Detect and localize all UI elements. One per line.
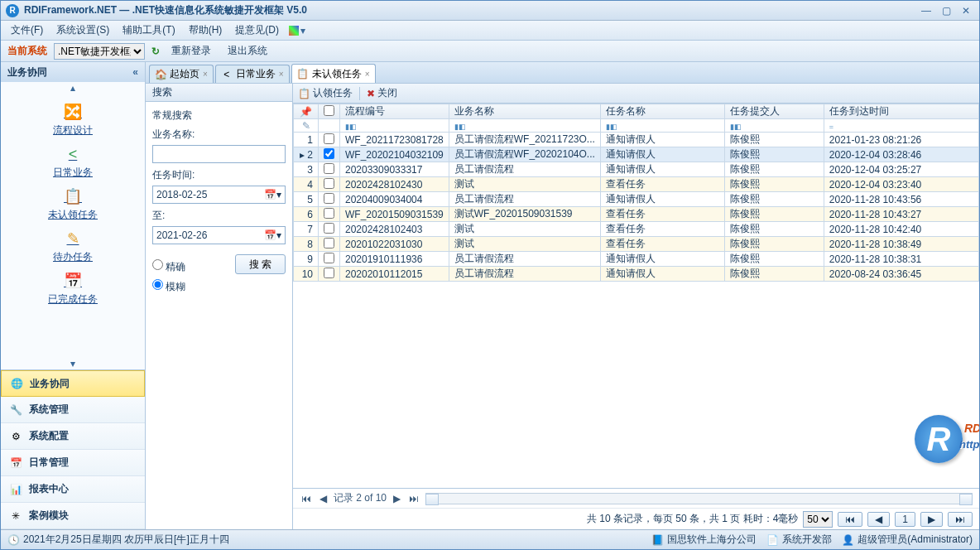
filter-arrive[interactable]: = bbox=[824, 119, 978, 133]
filter-bizname[interactable]: ▮◧ bbox=[449, 119, 600, 133]
page-prev-icon[interactable]: ◀ bbox=[867, 512, 890, 527]
exact-radio[interactable]: 精确 bbox=[152, 259, 185, 274]
nav-item[interactable]: ✳案例模块 bbox=[1, 503, 145, 529]
row-checkbox[interactable] bbox=[319, 252, 340, 267]
nav-item[interactable]: 📊报表中心 bbox=[1, 476, 145, 503]
menu-tools[interactable]: 辅助工具(T) bbox=[116, 22, 181, 39]
sidebar-item[interactable]: 📅已完成任务 bbox=[4, 268, 142, 310]
bizname-input[interactable] bbox=[152, 145, 286, 163]
sidebar-item-icon: < bbox=[63, 144, 83, 164]
calendar-icon[interactable]: 📅▾ bbox=[264, 229, 281, 241]
sidebar-item[interactable]: 🔀流程设计 bbox=[4, 99, 142, 141]
horizontal-scrollbar[interactable] bbox=[425, 493, 973, 504]
row-checkbox[interactable] bbox=[319, 237, 340, 252]
page-next-icon[interactable]: ▶ bbox=[920, 512, 943, 527]
next-record-icon[interactable]: ▶ bbox=[392, 493, 402, 504]
relogin-button[interactable]: 重新登录 bbox=[166, 42, 216, 60]
table-row[interactable]: 1 WF_20211723081728 员工请假流程WF_20211723O..… bbox=[294, 133, 979, 147]
row-checkbox[interactable] bbox=[319, 207, 340, 222]
tab-close-icon[interactable]: × bbox=[203, 70, 208, 79]
tab[interactable]: 📋未认领任务× bbox=[291, 64, 376, 83]
sidebar-item-label: 待办任务 bbox=[53, 250, 93, 264]
nav-item[interactable]: 📅日常管理 bbox=[1, 450, 145, 476]
scroll-down-icon[interactable]: ▾ bbox=[1, 358, 145, 369]
minimize-icon[interactable]: — bbox=[918, 4, 934, 17]
table-row[interactable]: 10 20202010112015 员工请假流程 通知请假人 陈俊熙 2020-… bbox=[294, 267, 979, 282]
last-record-icon[interactable]: ⏭ bbox=[407, 493, 420, 504]
sidebar-item-label: 日常业务 bbox=[53, 166, 93, 180]
tab[interactable]: 🏠起始页× bbox=[149, 65, 214, 83]
search-button[interactable]: 搜 索 bbox=[235, 254, 286, 274]
row-checkbox[interactable] bbox=[319, 222, 340, 237]
table-row[interactable]: 7 20202428102403 测试 查看任务 陈俊熙 2020-11-28 … bbox=[294, 222, 979, 237]
tab-icon: 📋 bbox=[297, 68, 309, 80]
task-grid[interactable]: 📌 流程编号 业务名称 任务名称 任务提交人 任务到达时间 ✎ bbox=[293, 104, 979, 488]
col-bizname[interactable]: 业务名称 bbox=[449, 104, 600, 119]
sidebar-item[interactable]: ✎待办任务 bbox=[4, 225, 142, 268]
table-row[interactable]: 6 WF_20201509031539 测试WF_20201509031539 … bbox=[294, 207, 979, 222]
titlebar: R RDIFramework.NET — .NET快速信息化系统敏捷开发框架 V… bbox=[1, 1, 979, 21]
menu-feedback[interactable]: 提意见(D) bbox=[228, 22, 286, 39]
table-row[interactable]: 8 20201022031030 测试 查看任务 陈俊熙 2020-11-28 … bbox=[294, 237, 979, 252]
filter-taskname[interactable]: ▮◧ bbox=[600, 119, 724, 133]
record-pager: ⏮ ◀ 记录 2 of 10 ▶ ⏭ bbox=[293, 488, 979, 508]
menu-settings[interactable]: 系统设置(S) bbox=[50, 22, 116, 39]
col-arrive[interactable]: 任务到达时间 bbox=[824, 104, 978, 119]
date-from-input[interactable]: 2018-02-25📅▾ bbox=[152, 186, 286, 204]
theme-icon[interactable] bbox=[289, 26, 299, 36]
maximize-icon[interactable]: ▢ bbox=[938, 4, 954, 17]
tab-close-icon[interactable]: × bbox=[365, 70, 370, 79]
first-record-icon[interactable]: ⏮ bbox=[300, 493, 313, 504]
filter-pin[interactable]: ✎ bbox=[294, 119, 319, 133]
table-row[interactable]: 4 20202428102430 测试 查看任务 陈俊熙 2020-12-04 … bbox=[294, 177, 979, 192]
fuzzy-radio[interactable]: 模糊 bbox=[152, 279, 185, 294]
tab[interactable]: <日常业务× bbox=[215, 65, 290, 83]
page-size-select[interactable]: 50 bbox=[803, 511, 833, 528]
search-tab[interactable]: 搜索 bbox=[146, 84, 292, 102]
nav-item-icon: 🔧 bbox=[7, 402, 24, 418]
cell-submitter: 陈俊熙 bbox=[724, 192, 824, 207]
menu-file[interactable]: 文件(F) bbox=[4, 22, 50, 39]
refresh-icon[interactable]: ↻ bbox=[151, 46, 160, 57]
page-first-icon[interactable]: ⏮ bbox=[838, 512, 862, 527]
claim-task-button[interactable]: 📋认领任务 bbox=[298, 86, 353, 100]
row-checkbox[interactable] bbox=[319, 162, 340, 177]
menu-help[interactable]: 帮助(H) bbox=[182, 22, 229, 39]
col-procno[interactable]: 流程编号 bbox=[340, 104, 449, 119]
row-checkbox[interactable] bbox=[319, 177, 340, 192]
close-icon[interactable]: ✕ bbox=[958, 4, 974, 17]
exit-button[interactable]: 退出系统 bbox=[223, 42, 272, 60]
table-row[interactable]: ▸ 2 WF_20202104032109 员工请假流程WF_20202104O… bbox=[294, 147, 979, 162]
col-submitter[interactable]: 任务提交人 bbox=[724, 104, 824, 119]
table-row[interactable]: 3 20203309033317 员工请假流程 通知请假人 陈俊熙 2020-1… bbox=[294, 162, 979, 177]
tab-close-icon[interactable]: × bbox=[279, 70, 284, 79]
table-row[interactable]: 9 20201910111936 员工请假流程 通知请假人 陈俊熙 2020-1… bbox=[294, 252, 979, 267]
row-checkbox[interactable] bbox=[319, 192, 340, 207]
current-system-label: 当前系统 bbox=[7, 44, 47, 58]
scroll-up-icon[interactable]: ▴ bbox=[1, 82, 145, 94]
row-checkbox[interactable] bbox=[319, 133, 340, 147]
cell-submitter: 陈俊熙 bbox=[724, 177, 824, 192]
table-row[interactable]: 5 20204009034004 员工请假流程 通知请假人 陈俊熙 2020-1… bbox=[294, 192, 979, 207]
sidebar-item[interactable]: <日常业务 bbox=[4, 141, 142, 183]
close-button[interactable]: ✖关闭 bbox=[367, 86, 397, 100]
filter-submitter[interactable]: ▮◧ bbox=[724, 119, 824, 133]
sidebar-item[interactable]: 📋未认领任务 bbox=[4, 183, 142, 225]
nav-item[interactable]: 🌐业务协同 bbox=[1, 370, 145, 397]
nav-item[interactable]: ⚙系统配置 bbox=[1, 423, 145, 450]
date-to-input[interactable]: 2021-02-26📅▾ bbox=[152, 226, 286, 244]
page-last-icon[interactable]: ⏭ bbox=[948, 512, 973, 527]
row-checkbox[interactable] bbox=[319, 147, 340, 162]
filter-procno[interactable]: ▮◧ bbox=[340, 119, 449, 133]
checkbox-column[interactable] bbox=[319, 104, 340, 119]
row-checkbox[interactable] bbox=[319, 267, 340, 282]
collapse-icon[interactable]: « bbox=[132, 66, 138, 78]
status-date: 2021年2月25日星期四 农历甲辰日[牛]正月十四 bbox=[23, 533, 229, 547]
prev-record-icon[interactable]: ◀ bbox=[318, 493, 329, 504]
nav-item[interactable]: 🔧系统管理 bbox=[1, 397, 145, 423]
page-number[interactable]: 1 bbox=[895, 512, 915, 527]
pin-column[interactable]: 📌 bbox=[294, 104, 319, 119]
calendar-icon[interactable]: 📅▾ bbox=[264, 189, 281, 200]
col-taskname[interactable]: 任务名称 bbox=[600, 104, 724, 119]
system-select[interactable]: .NET敏捷开发框架 bbox=[54, 43, 145, 60]
